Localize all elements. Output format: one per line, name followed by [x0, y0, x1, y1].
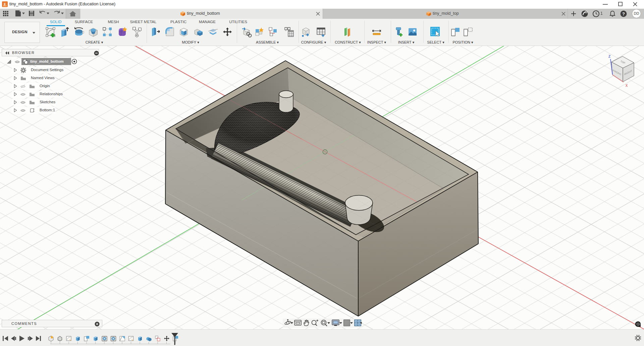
svg-text:Z: Z — [608, 55, 610, 58]
svg-text:X: X — [626, 84, 628, 88]
svg-text:?: ? — [622, 11, 625, 16]
